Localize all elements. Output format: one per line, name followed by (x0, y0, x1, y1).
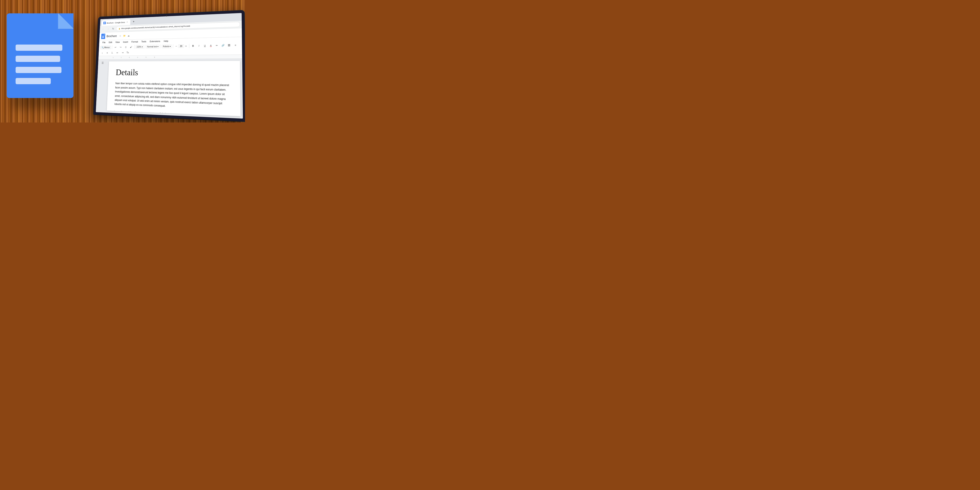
star-icon[interactable]: ☆ (118, 34, 122, 38)
text-style-value: Normal text (147, 45, 157, 48)
new-tab-button[interactable]: + (131, 19, 136, 24)
zoom-value: 150% (137, 46, 142, 48)
line-spacing-button[interactable]: ↕ (100, 51, 105, 55)
align-button[interactable]: ≡ (233, 43, 238, 48)
insert-image-button[interactable]: 🖼 (226, 43, 232, 48)
insert-link-button[interactable]: 🔗 (220, 43, 226, 48)
docs-logo-line-2 (102, 37, 104, 37)
bold-button[interactable]: B (191, 43, 196, 48)
cloud-icon[interactable]: ☁ (127, 34, 130, 37)
tab-title: Brochure - Google Docs (107, 21, 125, 24)
ruler-mark-6: 6 (154, 57, 155, 58)
menu-view[interactable]: View (114, 40, 121, 44)
tab-close-button[interactable]: × (126, 21, 129, 24)
text-color-button[interactable]: A (208, 43, 213, 48)
laptop-container: Brochure - Google Docs × + ← → ↻ 🔒 docs.… (80, 9, 245, 123)
document-paragraph-1: Nam liber tempor cum soluta nobis eleife… (115, 81, 231, 111)
menu-insert[interactable]: Insert (121, 40, 130, 44)
google-docs-icon (7, 13, 83, 109)
back-button[interactable]: ← (101, 27, 105, 31)
paint-format-button[interactable]: 🖌 (129, 45, 133, 49)
docs-logo (101, 33, 105, 39)
ruler-mark-1: 1 (113, 57, 113, 58)
text-style-select[interactable]: Normal text ▾ (146, 45, 159, 48)
laptop-screen: Brochure - Google Docs × + ← → ↻ 🔒 docs.… (94, 10, 245, 121)
search-menus-button[interactable]: 🔍 Menus (100, 46, 111, 49)
document-sidebar: ☰ (96, 59, 107, 113)
browser-window: Brochure - Google Docs × + ← → ↻ 🔒 docs.… (96, 13, 243, 118)
indent-decrease-button[interactable]: ⇤ (115, 50, 120, 55)
menu-help[interactable]: Help (162, 39, 170, 43)
docs-icon-line-2 (16, 56, 60, 62)
document-heading: Details (116, 67, 231, 79)
docs-icon-line-4 (16, 78, 51, 84)
toolbar-divider-5 (173, 44, 173, 48)
forward-button[interactable]: → (106, 27, 110, 31)
print-button[interactable]: ⎙ (123, 45, 128, 49)
tab-favicon-line-1 (104, 22, 105, 22)
docs-icon-line-3 (16, 67, 62, 73)
search-icon: 🔍 (102, 46, 104, 49)
text-style-dropdown-icon: ▾ (158, 45, 159, 48)
zoom-dropdown-icon: ▾ (142, 46, 143, 48)
ruler-mark-5: 5 (146, 57, 146, 58)
undo-button[interactable]: ↩ (113, 45, 118, 49)
docs-icon-lines (16, 45, 62, 84)
address-url: docs.google.com/document/d/1-8sXwCaLifQ7… (121, 25, 190, 29)
highlight-button[interactable]: ✏ (214, 43, 220, 48)
menu-extensions[interactable]: Extensions (148, 40, 162, 43)
docs-document-title[interactable]: Brochure (107, 34, 117, 38)
tab-favicon-line-2 (104, 23, 105, 23)
docs-title-icons: ☆ 📁 ☁ (118, 34, 130, 38)
indent-increase-button[interactable]: ⇥ (120, 50, 125, 55)
document-area: ☰ Details Nam liber tempor cum soluta no… (96, 59, 243, 118)
font-select[interactable]: Roboto ▾ (162, 45, 172, 48)
menu-format[interactable]: Format (130, 40, 139, 44)
docs-logo-line-1 (102, 36, 105, 36)
tab-favicon-lines (103, 22, 106, 24)
document-body[interactable]: Nam liber tempor cum soluta nobis eleife… (114, 81, 231, 116)
font-size-decrease[interactable]: − (174, 45, 178, 48)
tab-favicon (103, 22, 106, 24)
docs-icon-line-1 (16, 45, 62, 51)
docs-logo-line-3 (102, 37, 104, 38)
refresh-button[interactable]: ↻ (111, 27, 115, 31)
italic-button[interactable]: I (196, 43, 202, 48)
redo-button[interactable]: ↪ (118, 45, 123, 49)
font-size-increase[interactable]: + (184, 44, 188, 48)
docs-icon-fold-inner (58, 13, 73, 29)
tab-favicon-line-3 (104, 24, 105, 24)
toolbar-divider-2 (134, 45, 134, 49)
list-icon[interactable]: ☰ (102, 62, 104, 64)
font-value: Roboto (163, 45, 169, 48)
zoom-select[interactable]: 150% ▾ (135, 45, 144, 49)
document-paragraph-2: Lorem ipsum dolor sit amet, consectetuer… (114, 110, 231, 116)
toolbar-divider-4 (161, 45, 161, 48)
font-dropdown-icon: ▾ (170, 45, 171, 48)
document-page[interactable]: Details Nam liber tempor cum soluta nobi… (107, 61, 240, 116)
menu-edit[interactable]: Edit (107, 41, 114, 44)
clear-formatting-button[interactable]: Tx (126, 50, 130, 55)
font-size-control: − 20 + (174, 44, 188, 48)
ruler-mark-2: 2 (121, 57, 121, 58)
ruler-mark-3: 3 (129, 57, 130, 58)
underline-button[interactable]: U (202, 43, 207, 48)
search-menus-label: Menus (104, 46, 110, 49)
toolbar-divider-1 (112, 45, 112, 49)
toolbar-divider-6 (189, 44, 189, 48)
menu-tools[interactable]: Tools (140, 40, 148, 43)
address-lock-icon: 🔒 (118, 28, 120, 29)
font-size-value[interactable]: 20 (178, 45, 184, 48)
menu-file[interactable]: File (101, 41, 107, 44)
ruler-mark-4: 4 (137, 57, 138, 58)
bullet-list-button[interactable]: ≡ (105, 50, 109, 55)
browser-tab-active[interactable]: Brochure - Google Docs × (102, 19, 130, 26)
docs-logo-lines (102, 36, 104, 38)
docs-icon-body (7, 13, 73, 98)
numbered-list-button[interactable]: 1. (110, 50, 115, 55)
folder-icon[interactable]: 📁 (123, 34, 126, 37)
